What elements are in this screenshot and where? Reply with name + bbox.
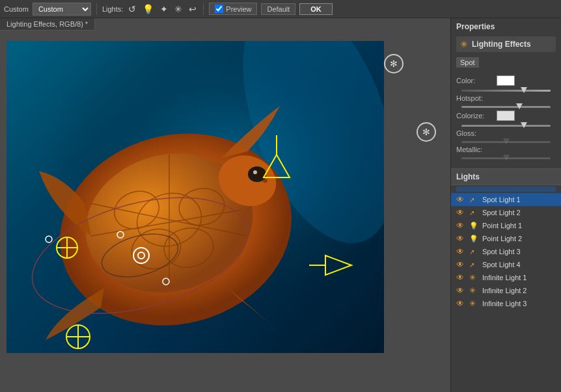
light-item-5[interactable]: 👁 ↗ Spot Light 4	[451, 258, 561, 271]
point-icon-3: 💡	[469, 235, 478, 243]
point-icon-2: 💡	[469, 222, 478, 230]
metallic-row: Metallic:	[456, 146, 556, 153]
eye-icon-1[interactable]: 👁	[456, 208, 465, 217]
lights-color-bar	[456, 187, 556, 192]
right-panel: Properties ✳ Lighting Effects Spot Color…	[450, 18, 561, 392]
light-item-2[interactable]: 👁 💡 Point Light 1	[451, 219, 561, 232]
eye-icon-7[interactable]: 👁	[456, 286, 465, 295]
light-name-3: Point Light 2	[482, 235, 522, 242]
main-area: Lighting Effects, RGB/8) *	[0, 18, 561, 392]
spot-label: Spot	[456, 57, 479, 68]
lighting-effects-label: Lighting Effects	[472, 40, 531, 49]
eye-icon-3[interactable]: 👁	[456, 234, 465, 243]
tab-label: Lighting Effects, RGB/8) *	[0, 18, 95, 31]
properties-section: Properties ✳ Lighting Effects Spot Color…	[451, 18, 561, 166]
sep2	[203, 3, 204, 15]
light-item-7[interactable]: 👁 ✳ Infinite Light 2	[451, 284, 561, 297]
rotate-icon[interactable]: ↺	[127, 3, 137, 15]
light-name-0: Spot Light 1	[482, 196, 521, 203]
svg-point-14	[252, 170, 262, 179]
light-item-0[interactable]: 👁 ↗ Spot Light 1	[451, 193, 561, 206]
canvas-area: Lighting Effects, RGB/8) *	[0, 18, 450, 392]
eye-icon-4[interactable]: 👁	[456, 247, 465, 256]
canvas-icon-3[interactable]	[417, 122, 436, 142]
hotspot-slider-thumb[interactable]	[516, 103, 523, 109]
eye-icon-2[interactable]: 👁	[456, 221, 465, 230]
light-item-8[interactable]: 👁 ✳ Infinite Light 3	[451, 297, 561, 310]
light-item-3[interactable]: 👁 💡 Point Light 2	[451, 232, 561, 245]
infinite-icon-8: ✳	[469, 299, 478, 308]
point-light-icon[interactable]: 💡	[141, 3, 155, 15]
lights-section: Lights 👁 ↗ Spot Light 1 👁 ↗ Spot Light 2…	[451, 166, 561, 313]
eye-icon-0[interactable]: 👁	[456, 195, 465, 204]
spot-icon-1: ↗	[469, 209, 478, 216]
infinite-icon-6: ✳	[469, 273, 478, 282]
hotspot-slider-container	[456, 106, 556, 108]
eye-icon-6[interactable]: 👁	[456, 273, 465, 282]
light-item-1[interactable]: 👁 ↗ Spot Light 2	[451, 206, 561, 219]
spot-icon-4: ↗	[469, 248, 478, 255]
ok-button[interactable]: OK	[299, 3, 333, 15]
light-name-4: Spot Light 3	[482, 248, 521, 255]
colorize-slider-container	[456, 125, 556, 127]
undo-icon[interactable]: ↩	[187, 3, 198, 15]
color-label: Color:	[456, 77, 494, 85]
light-name-7: Infinite Light 2	[482, 287, 527, 294]
color-swatch[interactable]	[497, 75, 515, 86]
colorize-row: Colorize:	[456, 111, 556, 121]
preview-text: Preview	[226, 5, 251, 13]
metallic-slider-container	[456, 157, 556, 159]
hotspot-label: Hotspot:	[456, 94, 494, 102]
toolbar: Custom Custom Default 2 o'clock Spotligh…	[0, 0, 561, 18]
colorize-slider-thumb[interactable]	[521, 122, 527, 128]
properties-title: Properties	[456, 22, 556, 31]
light-name-2: Point Light 1	[482, 222, 522, 229]
gloss-row: Gloss:	[456, 129, 556, 137]
color-slider-thumb[interactable]	[521, 87, 527, 93]
lights-label: Lights:	[102, 5, 123, 13]
lights-header: Lights	[451, 168, 561, 185]
color-row: Color:	[456, 75, 556, 86]
default-button[interactable]: Default	[261, 3, 295, 15]
preset-label: Custom	[4, 5, 29, 13]
svg-point-15	[253, 170, 257, 174]
gloss-label: Gloss:	[456, 129, 494, 137]
colorize-swatch[interactable]	[497, 111, 515, 121]
infinite-light-icon[interactable]: ✳	[173, 3, 184, 15]
light-item-6[interactable]: 👁 ✳ Infinite Light 1	[451, 271, 561, 284]
spot-icon-0: ↗	[469, 196, 478, 203]
gloss-slider-thumb[interactable]	[503, 138, 510, 144]
canvas-icon-2[interactable]	[384, 54, 404, 73]
light-name-6: Infinite Light 1	[482, 274, 527, 281]
sep1	[96, 3, 97, 15]
color-slider	[456, 90, 556, 92]
preview-checkbox[interactable]	[215, 5, 223, 13]
hotspot-row: Hotspot:	[456, 94, 556, 102]
light-item-4[interactable]: 👁 ↗ Spot Light 3	[451, 245, 561, 258]
light-name-5: Spot Light 4	[482, 261, 521, 268]
infinite-icon-7: ✳	[469, 286, 478, 295]
eye-icon-5[interactable]: 👁	[456, 260, 465, 269]
preset-select[interactable]: Custom Default 2 o'clock Spotlight Blue …	[33, 3, 91, 16]
svg-point-16	[262, 179, 267, 183]
metallic-label: Metallic:	[456, 146, 494, 153]
colorize-label: Colorize:	[456, 112, 494, 120]
light-name-1: Spot Light 2	[482, 209, 521, 216]
spot-light-icon[interactable]: ✦	[159, 3, 169, 15]
lighting-effects-row: ✳ Lighting Effects	[456, 36, 556, 52]
canvas-image[interactable]	[7, 41, 384, 353]
spot-icon-5: ↗	[469, 261, 478, 268]
lighting-fx-icon: ✳	[460, 39, 468, 49]
preview-label[interactable]: Preview	[209, 3, 257, 15]
metallic-slider-thumb[interactable]	[503, 155, 510, 161]
light-name-8: Infinite Light 3	[482, 300, 527, 307]
gloss-slider-container	[456, 141, 556, 143]
eye-icon-8[interactable]: 👁	[456, 299, 465, 308]
